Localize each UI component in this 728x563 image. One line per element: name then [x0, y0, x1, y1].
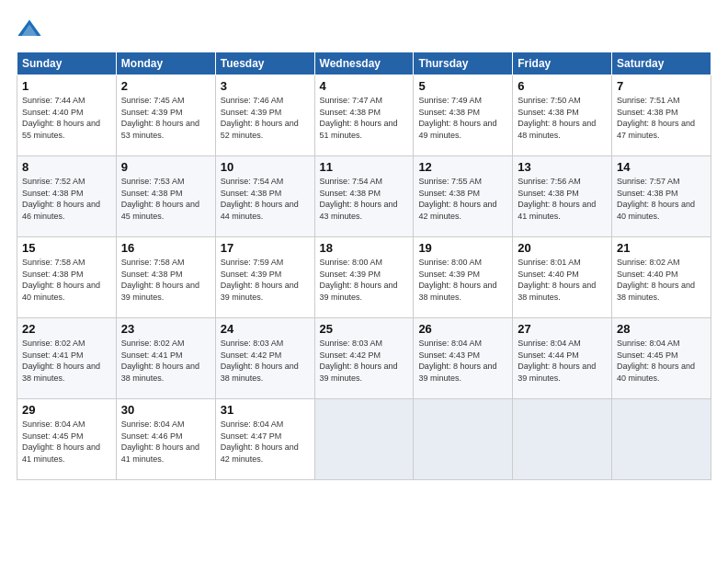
day-number: 25	[320, 322, 409, 336]
day-detail: Sunrise: 7:56 AM Sunset: 4:38 PM Dayligh…	[518, 176, 607, 222]
week-row-3: 15 Sunrise: 7:58 AM Sunset: 4:38 PM Dayl…	[17, 237, 711, 318]
day-detail: Sunrise: 8:03 AM Sunset: 4:42 PM Dayligh…	[221, 338, 310, 384]
day-cell: 27 Sunrise: 8:04 AM Sunset: 4:44 PM Dayl…	[513, 318, 612, 399]
day-cell: 4 Sunrise: 7:47 AM Sunset: 4:38 PM Dayli…	[314, 75, 414, 156]
day-cell: 30 Sunrise: 8:04 AM Sunset: 4:46 PM Dayl…	[116, 399, 215, 480]
day-cell: 17 Sunrise: 7:59 AM Sunset: 4:39 PM Dayl…	[215, 237, 314, 318]
day-number: 6	[518, 79, 607, 93]
day-number: 10	[221, 160, 310, 174]
week-row-1: 1 Sunrise: 7:44 AM Sunset: 4:40 PM Dayli…	[17, 75, 711, 156]
day-detail: Sunrise: 7:58 AM Sunset: 4:38 PM Dayligh…	[22, 257, 111, 303]
day-number: 3	[221, 79, 310, 93]
day-cell	[612, 399, 711, 480]
day-number: 8	[22, 160, 111, 174]
weekday-header-tuesday: Tuesday	[215, 52, 314, 75]
day-number: 27	[518, 322, 607, 336]
day-number: 20	[518, 241, 607, 255]
day-number: 1	[22, 79, 111, 93]
weekday-header-row: SundayMondayTuesdayWednesdayThursdayFrid…	[17, 52, 711, 75]
day-detail: Sunrise: 8:02 AM Sunset: 4:40 PM Dayligh…	[617, 257, 706, 303]
logo	[17, 17, 44, 42]
week-row-5: 29 Sunrise: 8:04 AM Sunset: 4:45 PM Dayl…	[17, 399, 711, 480]
day-cell: 3 Sunrise: 7:46 AM Sunset: 4:39 PM Dayli…	[215, 75, 314, 156]
week-row-2: 8 Sunrise: 7:52 AM Sunset: 4:38 PM Dayli…	[17, 156, 711, 237]
day-detail: Sunrise: 7:58 AM Sunset: 4:38 PM Dayligh…	[121, 257, 210, 303]
day-number: 14	[617, 160, 706, 174]
day-detail: Sunrise: 8:04 AM Sunset: 4:45 PM Dayligh…	[617, 338, 706, 384]
day-cell: 1 Sunrise: 7:44 AM Sunset: 4:40 PM Dayli…	[17, 75, 117, 156]
day-cell: 18 Sunrise: 8:00 AM Sunset: 4:39 PM Dayl…	[314, 237, 414, 318]
day-detail: Sunrise: 8:04 AM Sunset: 4:45 PM Dayligh…	[22, 419, 111, 465]
day-detail: Sunrise: 7:51 AM Sunset: 4:38 PM Dayligh…	[617, 95, 706, 141]
day-cell: 2 Sunrise: 7:45 AM Sunset: 4:39 PM Dayli…	[116, 75, 215, 156]
day-detail: Sunrise: 7:54 AM Sunset: 4:38 PM Dayligh…	[320, 176, 409, 222]
day-detail: Sunrise: 7:57 AM Sunset: 4:38 PM Dayligh…	[617, 176, 706, 222]
day-number: 23	[121, 322, 210, 336]
day-cell: 31 Sunrise: 8:04 AM Sunset: 4:47 PM Dayl…	[215, 399, 314, 480]
day-number: 19	[418, 241, 507, 255]
day-number: 11	[320, 160, 409, 174]
day-detail: Sunrise: 8:03 AM Sunset: 4:42 PM Dayligh…	[320, 338, 409, 384]
day-number: 16	[121, 241, 210, 255]
day-cell: 15 Sunrise: 7:58 AM Sunset: 4:38 PM Dayl…	[17, 237, 117, 318]
day-cell: 10 Sunrise: 7:54 AM Sunset: 4:38 PM Dayl…	[215, 156, 314, 237]
day-number: 12	[418, 160, 507, 174]
day-number: 28	[617, 322, 706, 336]
day-number: 5	[418, 79, 507, 93]
weekday-header-saturday: Saturday	[612, 52, 711, 75]
day-detail: Sunrise: 8:02 AM Sunset: 4:41 PM Dayligh…	[121, 338, 210, 384]
day-cell: 9 Sunrise: 7:53 AM Sunset: 4:38 PM Dayli…	[116, 156, 215, 237]
day-detail: Sunrise: 7:55 AM Sunset: 4:38 PM Dayligh…	[418, 176, 507, 222]
day-cell: 29 Sunrise: 8:04 AM Sunset: 4:45 PM Dayl…	[17, 399, 117, 480]
day-cell	[314, 399, 414, 480]
weekday-header-friday: Friday	[513, 52, 612, 75]
day-cell: 12 Sunrise: 7:55 AM Sunset: 4:38 PM Dayl…	[414, 156, 513, 237]
day-detail: Sunrise: 8:00 AM Sunset: 4:39 PM Dayligh…	[418, 257, 507, 303]
day-detail: Sunrise: 7:50 AM Sunset: 4:38 PM Dayligh…	[518, 95, 607, 141]
day-number: 30	[121, 403, 210, 417]
day-cell: 26 Sunrise: 8:04 AM Sunset: 4:43 PM Dayl…	[414, 318, 513, 399]
calendar-table: SundayMondayTuesdayWednesdayThursdayFrid…	[17, 52, 711, 480]
logo-icon	[17, 17, 42, 42]
day-number: 15	[22, 241, 111, 255]
day-cell: 7 Sunrise: 7:51 AM Sunset: 4:38 PM Dayli…	[612, 75, 711, 156]
day-cell: 5 Sunrise: 7:49 AM Sunset: 4:38 PM Dayli…	[414, 75, 513, 156]
day-detail: Sunrise: 7:45 AM Sunset: 4:39 PM Dayligh…	[121, 95, 210, 141]
day-cell: 13 Sunrise: 7:56 AM Sunset: 4:38 PM Dayl…	[513, 156, 612, 237]
day-detail: Sunrise: 7:47 AM Sunset: 4:38 PM Dayligh…	[320, 95, 409, 141]
day-detail: Sunrise: 7:52 AM Sunset: 4:38 PM Dayligh…	[22, 176, 111, 222]
day-number: 13	[518, 160, 607, 174]
day-number: 21	[617, 241, 706, 255]
day-number: 29	[22, 403, 111, 417]
day-detail: Sunrise: 7:59 AM Sunset: 4:39 PM Dayligh…	[221, 257, 310, 303]
day-number: 24	[221, 322, 310, 336]
day-detail: Sunrise: 8:02 AM Sunset: 4:41 PM Dayligh…	[22, 338, 111, 384]
week-row-4: 22 Sunrise: 8:02 AM Sunset: 4:41 PM Dayl…	[17, 318, 711, 399]
day-number: 2	[121, 79, 210, 93]
day-cell: 28 Sunrise: 8:04 AM Sunset: 4:45 PM Dayl…	[612, 318, 711, 399]
day-cell: 22 Sunrise: 8:02 AM Sunset: 4:41 PM Dayl…	[17, 318, 117, 399]
day-number: 17	[221, 241, 310, 255]
day-number: 18	[320, 241, 409, 255]
day-cell	[513, 399, 612, 480]
day-cell: 21 Sunrise: 8:02 AM Sunset: 4:40 PM Dayl…	[612, 237, 711, 318]
day-cell: 23 Sunrise: 8:02 AM Sunset: 4:41 PM Dayl…	[116, 318, 215, 399]
weekday-header-wednesday: Wednesday	[314, 52, 414, 75]
day-cell: 20 Sunrise: 8:01 AM Sunset: 4:40 PM Dayl…	[513, 237, 612, 318]
day-number: 31	[221, 403, 310, 417]
day-cell: 19 Sunrise: 8:00 AM Sunset: 4:39 PM Dayl…	[414, 237, 513, 318]
day-detail: Sunrise: 7:49 AM Sunset: 4:38 PM Dayligh…	[418, 95, 507, 141]
day-number: 9	[121, 160, 210, 174]
day-cell: 24 Sunrise: 8:03 AM Sunset: 4:42 PM Dayl…	[215, 318, 314, 399]
day-number: 7	[617, 79, 706, 93]
day-cell	[414, 399, 513, 480]
weekday-header-monday: Monday	[116, 52, 215, 75]
day-detail: Sunrise: 7:44 AM Sunset: 4:40 PM Dayligh…	[22, 95, 111, 141]
day-detail: Sunrise: 8:04 AM Sunset: 4:47 PM Dayligh…	[221, 419, 310, 465]
weekday-header-thursday: Thursday	[414, 52, 513, 75]
day-cell: 25 Sunrise: 8:03 AM Sunset: 4:42 PM Dayl…	[314, 318, 414, 399]
day-detail: Sunrise: 8:04 AM Sunset: 4:44 PM Dayligh…	[518, 338, 607, 384]
day-cell: 8 Sunrise: 7:52 AM Sunset: 4:38 PM Dayli…	[17, 156, 117, 237]
day-number: 22	[22, 322, 111, 336]
day-number: 4	[320, 79, 409, 93]
